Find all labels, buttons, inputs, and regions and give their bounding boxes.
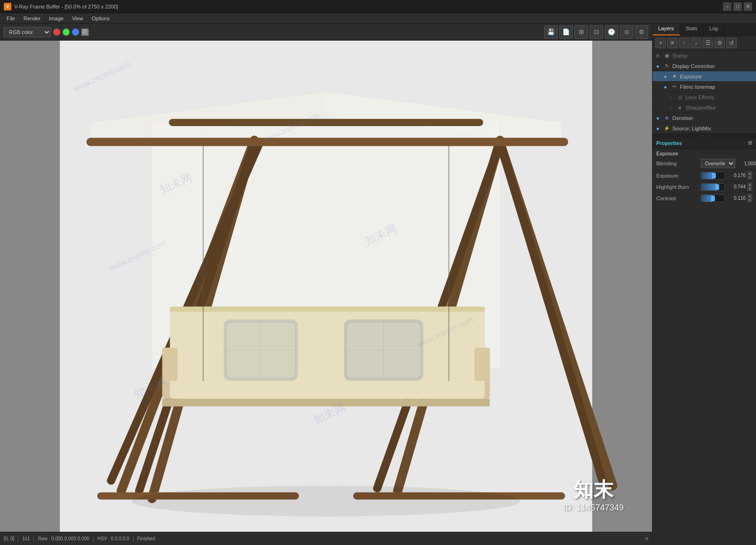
colorspace: HSV (97, 536, 107, 541)
highlight-burn-slider[interactable] (701, 183, 725, 191)
svg-rect-21 (162, 399, 490, 406)
move-down-button[interactable]: ↓ (691, 38, 701, 48)
save-as-button[interactable]: 📄 (559, 26, 573, 39)
highlight-burn-down-arrow[interactable]: ▼ (747, 187, 752, 191)
vis-icon-lens[interactable]: ○ (668, 94, 674, 101)
render-status: Finished (137, 536, 155, 541)
blending-value: 1.000 (737, 161, 756, 166)
vis-icon-sharpen[interactable]: ○ (668, 104, 674, 111)
layer-item-denoiser[interactable]: ● ⊕ Denoiser (653, 113, 756, 123)
blending-dropdown[interactable]: Overwrite Multiply Add (701, 159, 735, 168)
history-button[interactable]: 🕐 (605, 26, 618, 39)
move-up-button[interactable]: ↑ (679, 38, 689, 48)
blue-channel-button[interactable] (72, 28, 79, 36)
contrast-down-arrow[interactable]: ▼ (747, 198, 752, 202)
expand-icon[interactable]: ≡ (645, 536, 648, 541)
layer-name-lightmix: Source: LightMix (672, 126, 754, 131)
menu-view[interactable]: View (68, 15, 87, 22)
tab-log[interactable]: Log (704, 24, 724, 35)
bottom-sep-4 (133, 536, 134, 542)
viewport: www.znzmo.com 知未网 www.znzmo.com 知未网 www.… (0, 41, 652, 532)
vis-icon-exposure[interactable]: ● (662, 73, 669, 80)
coords-display: [0, 0] (4, 536, 14, 541)
svg-rect-22 (170, 307, 485, 381)
prop-label-exposure: Exposure (656, 173, 699, 179)
prop-row-blending: Blending Overwrite Multiply Add 1.000 ▲ … (653, 157, 756, 170)
render-mode: Raw (38, 536, 47, 541)
tab-layers[interactable]: Layers (653, 24, 680, 35)
save-button[interactable]: 💾 (544, 26, 558, 39)
vis-icon-filmic[interactable]: ● (662, 84, 669, 90)
layer-icon-exposure: ☀ (670, 73, 678, 80)
add-layer-button[interactable]: + (655, 38, 666, 48)
exposure-down-arrow[interactable]: ▼ (747, 176, 752, 179)
layer-item-stamp[interactable]: ◉ ▣ Stamp (653, 51, 756, 61)
minimize-button[interactable]: – (723, 2, 731, 11)
exposure-slider[interactable] (701, 172, 725, 179)
titlebar-controls: – □ ✕ (723, 2, 752, 11)
prop-control-blending: Overwrite Multiply Add 1.000 ▲ ▼ (701, 159, 756, 168)
toolbar: RGB color Alpha Diffuse ↺ 💾 📄 ⊞ ⊡ 🕐 ⊙ ⚙ (0, 24, 652, 41)
menu-options[interactable]: Options (88, 15, 113, 22)
layer-name-sharpen: Sharpen/Blur (686, 105, 754, 111)
vis-icon-display-correction[interactable]: ● (654, 63, 661, 69)
layer-item-source-lightmix[interactable]: ● ⚡ Source: LightMix (653, 123, 756, 134)
layer-name-lens: Lens Effects (686, 94, 754, 100)
exposure-slider-thumb (712, 173, 716, 179)
panel-divider[interactable]: • • • (653, 134, 756, 137)
group-button[interactable]: ☰ (703, 38, 713, 48)
region-button[interactable]: ⊡ (590, 26, 603, 39)
settings-icon-button[interactable]: ⚙ (714, 38, 725, 48)
right-tabs: Layers Stats Log (653, 24, 756, 36)
lut-button[interactable]: ⊙ (620, 26, 633, 39)
layer-icon-stamp: ▣ (663, 52, 670, 59)
titlebar-title: V-Ray Frame Buffer - [50.0% of 2750 x 22… (14, 4, 118, 9)
properties-expand-icon[interactable]: ⊞ (748, 140, 752, 146)
undo-button[interactable]: ↺ (726, 38, 737, 48)
right-toolbar: + ✕ ↑ ↓ ☰ ⚙ ↺ (653, 36, 756, 51)
vis-icon-stamp[interactable]: ◉ (654, 52, 661, 59)
layer-icon-sharpen: ◈ (676, 104, 684, 111)
layer-icon-display-correction: ✎ (663, 63, 670, 69)
menubar: File Render Image View Options (0, 13, 756, 24)
channel-dropdown[interactable]: RGB color Alpha Diffuse (4, 27, 51, 37)
layer-icon-lens: ◎ (676, 94, 684, 101)
menu-file[interactable]: File (3, 15, 19, 22)
green-channel-button[interactable] (62, 28, 70, 36)
contrast-value: 0.116 (727, 196, 746, 201)
properties-title: Properties (656, 140, 682, 146)
tab-stats[interactable]: Stats (680, 24, 704, 35)
contrast-up-arrow[interactable]: ▲ (747, 194, 752, 198)
bottom-sep-3 (93, 536, 94, 542)
contrast-slider[interactable] (701, 195, 725, 202)
vis-icon-lightmix[interactable]: ● (654, 125, 661, 132)
highlight-burn-up-arrow[interactable]: ▲ (747, 183, 752, 187)
delete-layer-button[interactable]: ✕ (667, 38, 678, 48)
menu-image[interactable]: Image (45, 15, 68, 22)
bottombar: [0, 0] 1s1 Raw 0.000 0.000 0.000 HSV 0 0… (0, 532, 652, 545)
extra-values: 0 0.0 0.0 (111, 536, 129, 541)
red-channel-button[interactable] (53, 28, 60, 36)
mono-channel-button[interactable]: ↺ (81, 28, 89, 36)
vray-icon: V (4, 3, 11, 10)
compare-button[interactable]: ⊞ (575, 26, 588, 39)
layer-item-lens-effects[interactable]: ○ ◎ Lens Effects (653, 92, 756, 102)
properties-panel: Properties ⊞ Exposure Blending Overwrite… (653, 137, 756, 545)
maximize-button[interactable]: □ (733, 2, 742, 11)
close-button[interactable]: ✕ (744, 2, 752, 11)
svg-rect-24 (170, 373, 485, 399)
layer-item-display-correction[interactable]: ● ✎ Display Correction (653, 61, 756, 71)
exposure-up-arrow[interactable]: ▲ (747, 171, 752, 175)
layer-name-stamp: Stamp (672, 53, 754, 59)
bottom-sep-2 (34, 536, 34, 542)
menu-render[interactable]: Render (20, 15, 44, 22)
layer-icon-denoiser: ⊕ (663, 115, 670, 121)
contrast-slider-thumb (711, 196, 715, 201)
layer-item-filmic-tonemap[interactable]: ● 〜 Filmic tonemap (653, 82, 756, 92)
layer-item-sharpen-blur[interactable]: ○ ◈ Sharpen/Blur (653, 102, 756, 113)
layer-item-exposure[interactable]: ● ☀ Exposure (653, 71, 756, 82)
vis-icon-denoiser[interactable]: ● (654, 115, 661, 121)
prop-row-highlight-burn: Highlight Burn 0.744 ▲ ▼ (653, 181, 756, 193)
settings-button[interactable]: ⚙ (635, 26, 648, 39)
exposure-arrows: ▲ ▼ (747, 171, 752, 179)
